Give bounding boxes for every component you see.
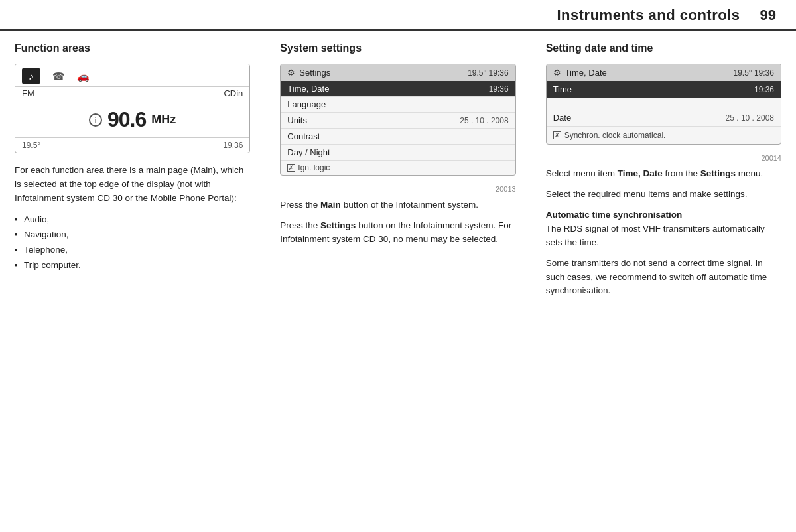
date-time-para2: Select the required menu items and make … xyxy=(546,188,781,202)
datetime-top-bar: ⚙ Time, Date 19.5° 19:36 xyxy=(547,64,781,81)
radio-temp: 19.5° xyxy=(22,141,40,150)
datetime-row-time: Time 19:36 xyxy=(547,81,781,98)
datetime-value-date: 25 . 10 . 2008 xyxy=(726,113,774,123)
bold-settings2: Settings xyxy=(700,168,736,178)
date-time-para3-heading: Automatic time synchronisation The RDS s… xyxy=(546,208,781,250)
system-settings-para1: Press the Main button of the Infotainmen… xyxy=(280,198,515,212)
settings-row-language: Language xyxy=(281,97,515,113)
datetime-value-time: 19:36 xyxy=(754,85,774,94)
auto-sync-heading: Automatic time synchronisation xyxy=(546,210,683,220)
settings-label-day-night: Day / Night xyxy=(287,147,330,157)
datetime-label-date: Date xyxy=(553,113,571,123)
radio-freq-unit: MHz xyxy=(151,113,176,127)
checkbox-box-sync: ✗ xyxy=(553,131,561,139)
settings-row-time-date: Time, Date 19:36 xyxy=(281,81,515,97)
settings-value-units: 25 . 10 . 2008 xyxy=(460,116,508,125)
radio-freq: i 90.6 MHz xyxy=(15,100,249,137)
function-areas-list: Audio, Navigation, Telephone, Trip compu… xyxy=(15,212,250,273)
settings-image-number: 20013 xyxy=(280,185,515,193)
radio-labels: FM CDin xyxy=(15,87,249,100)
settings-checkbox-ign: ✗ Ign. logic xyxy=(287,163,330,172)
datetime-row-date: Date 25 . 10 . 2008 xyxy=(547,109,781,127)
page-header: Instruments and controls 99 xyxy=(0,0,796,31)
content-area: Function areas ♪ ☎ 🚗 FM CDin i 90.6 MHz … xyxy=(0,31,796,316)
datetime-top-right: 19.5° 19:36 xyxy=(733,68,774,78)
function-areas-column: Function areas ♪ ☎ 🚗 FM CDin i 90.6 MHz … xyxy=(0,31,265,316)
radio-label-fm: FM xyxy=(22,88,34,98)
list-item-navigation: Navigation, xyxy=(15,228,250,243)
radio-display: ♪ ☎ 🚗 FM CDin i 90.6 MHz 19.5° 19.36 xyxy=(15,64,250,153)
radio-bottom-bar: 19.5° 19.36 xyxy=(15,137,249,153)
datetime-icon: ⚙ xyxy=(553,68,561,78)
datetime-sync-text: Synchron. clock automatical. xyxy=(564,131,666,140)
settings-display: ⚙ Settings 19.5° 19:36 Time, Date 19:36 … xyxy=(280,64,515,176)
function-areas-description: For each function area there is a main p… xyxy=(15,164,250,206)
date-time-title: Setting date and time xyxy=(546,42,781,54)
settings-row-contrast: Contrast xyxy=(281,129,515,145)
settings-label-units: Units xyxy=(287,115,307,125)
radio-freq-number: 90.6 xyxy=(107,107,146,132)
datetime-label-time: Time xyxy=(553,84,572,94)
settings-row-day-night: Day / Night xyxy=(281,145,515,161)
datetime-row-spacer xyxy=(547,98,781,109)
radio-icon-car: 🚗 xyxy=(77,70,90,82)
settings-icon: ⚙ xyxy=(287,68,295,78)
system-settings-column: System settings ⚙ Settings 19.5° 19:36 T… xyxy=(265,31,531,316)
checkbox-box-ign: ✗ xyxy=(287,164,295,172)
list-item-trip: Trip computer. xyxy=(15,258,250,273)
radio-top-bar: ♪ ☎ 🚗 xyxy=(15,64,249,87)
list-item-telephone: Telephone, xyxy=(15,243,250,258)
page-number: 99 xyxy=(760,7,776,24)
settings-value-time-date: 19:36 xyxy=(489,84,509,94)
auto-sync-text: The RDS signal of most VHF transmitters … xyxy=(546,224,765,247)
settings-label-ign: Ign. logic xyxy=(298,163,330,172)
system-settings-para2: Press the Settings button on the Infotai… xyxy=(280,219,515,247)
date-time-para4: Some transmitters do not send a correct … xyxy=(546,257,781,299)
page-title: Instruments and controls xyxy=(557,7,740,24)
datetime-sync-row: ✗ Synchron. clock automatical. xyxy=(547,127,781,144)
settings-label: Settings xyxy=(299,68,330,78)
settings-row-units: Units 25 . 10 . 2008 xyxy=(281,113,515,129)
datetime-display: ⚙ Time, Date 19.5° 19:36 Time 19:36 Date… xyxy=(546,64,781,145)
radio-info-circle: i xyxy=(89,113,102,127)
bold-time-date: Time, Date xyxy=(618,168,663,178)
bold-settings: Settings xyxy=(320,220,356,230)
settings-label-time-date: Time, Date xyxy=(287,84,329,94)
radio-icon-music: ♪ xyxy=(22,68,40,84)
settings-label-contrast: Contrast xyxy=(287,131,320,141)
list-item-audio: Audio, xyxy=(15,212,250,228)
settings-top-right: 19.5° 19:36 xyxy=(468,68,509,78)
datetime-top-left: ⚙ Time, Date xyxy=(553,68,607,78)
settings-top-bar: ⚙ Settings 19.5° 19:36 xyxy=(281,64,515,81)
datetime-image-number: 20014 xyxy=(546,154,781,162)
settings-label-language: Language xyxy=(287,100,326,109)
settings-top-left: ⚙ Settings xyxy=(287,68,330,78)
function-areas-title: Function areas xyxy=(15,42,250,54)
bold-main: Main xyxy=(320,200,341,210)
datetime-label: Time, Date xyxy=(565,68,607,78)
radio-time: 19.36 xyxy=(223,141,243,150)
date-time-para1: Select menu item Time, Date from the Set… xyxy=(546,167,781,181)
radio-label-cdin: CDin xyxy=(224,88,243,98)
radio-icon-phone: ☎ xyxy=(52,70,65,82)
system-settings-title: System settings xyxy=(280,42,515,54)
settings-row-ign-logic: ✗ Ign. logic xyxy=(281,161,515,175)
date-time-column: Setting date and time ⚙ Time, Date 19.5°… xyxy=(531,31,796,316)
